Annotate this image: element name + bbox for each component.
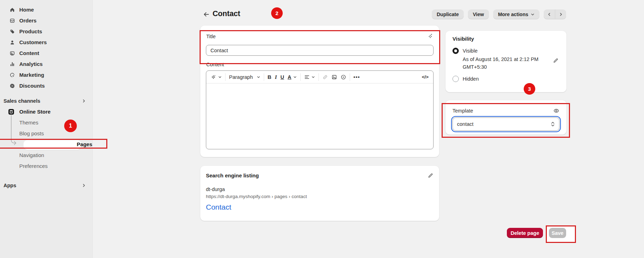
edit-pencil-icon[interactable]: [428, 172, 434, 178]
chevron-down-icon: [293, 75, 297, 79]
previous-page-button[interactable]: [544, 9, 555, 19]
italic-button[interactable]: I: [275, 74, 277, 80]
sidebar-main-nav: Home Orders Products Customers Content A…: [0, 0, 92, 91]
paragraph-label: Paragraph: [229, 74, 253, 80]
content-media-icon: [9, 50, 15, 56]
view-button[interactable]: View: [468, 9, 489, 19]
annotation-step-1: 1: [64, 120, 77, 132]
toolbar-separator: [225, 73, 226, 81]
sidebar-section-sales-channels[interactable]: Sales channels: [0, 95, 92, 106]
template-label: Template: [452, 108, 473, 114]
back-arrow-icon: [203, 11, 210, 18]
page-details-card: Title Content Paragraph: [200, 26, 439, 157]
sidebar-item-discounts[interactable]: Discounts: [0, 80, 92, 91]
sidebar-item-analytics[interactable]: Analytics: [0, 59, 92, 69]
annotation-step-3: 3: [524, 83, 535, 95]
sidebar-item-orders[interactable]: Orders: [0, 15, 92, 26]
sidebar-item-marketing[interactable]: Marketing: [0, 69, 92, 80]
visible-radio-option[interactable]: Visible: [452, 48, 559, 54]
editor-toolbar: Paragraph B I U A: [206, 71, 433, 83]
chevron-down-icon: [531, 13, 535, 16]
more-actions-button[interactable]: More actions: [493, 9, 539, 19]
hidden-radio-option[interactable]: Hidden: [452, 76, 559, 82]
marketing-icon: [9, 72, 15, 78]
alignment-button[interactable]: [304, 74, 315, 80]
back-button[interactable]: [202, 10, 211, 19]
seo-result-link[interactable]: Contact: [206, 203, 231, 211]
sidebar-item-preferences[interactable]: Preferences: [0, 161, 92, 171]
duplicate-label: Duplicate: [437, 12, 459, 17]
sidebar-item-label: Products: [19, 28, 42, 34]
sidebar-item-label: Orders: [19, 18, 36, 23]
eye-preview-icon[interactable]: [553, 108, 559, 114]
visibility-date: As of August 16, 2021 at 2:12 PM GMT+5:3…: [463, 56, 546, 71]
chevron-right-icon: [82, 99, 86, 103]
sidebar-item-label: Customers: [19, 39, 47, 45]
text-color-label: A: [288, 74, 291, 80]
header-actions: Duplicate View More actions: [432, 9, 566, 19]
underline-button[interactable]: U: [281, 74, 284, 80]
toolbar-separator: [264, 73, 264, 81]
seo-site-name: dt-durga: [206, 186, 434, 192]
sparkle-icon: [211, 74, 216, 80]
sidebar-item-navigation[interactable]: Navigation: [0, 150, 92, 161]
save-button[interactable]: Save: [549, 228, 566, 238]
pages-active-pill: [24, 140, 81, 150]
sales-channels-label: Sales channels: [4, 98, 40, 104]
template-selected-value: contact: [457, 121, 474, 127]
insert-video-button[interactable]: [341, 74, 346, 80]
bold-button[interactable]: B: [268, 74, 271, 80]
right-column: Visibility Visible As of August 16, 2021…: [445, 31, 566, 135]
hidden-label: Hidden: [463, 76, 479, 82]
image-icon: [331, 74, 337, 80]
magic-sparkle-icon[interactable]: [427, 33, 433, 40]
more-formatting-button[interactable]: •••: [354, 74, 360, 80]
blog-posts-label: Blog posts: [19, 130, 44, 136]
text-color-button[interactable]: A: [288, 74, 296, 80]
edit-pencil-icon[interactable]: [553, 57, 559, 63]
toolbar-separator: [300, 73, 301, 81]
play-circle-icon: [341, 74, 346, 80]
sidebar-item-label: Discounts: [19, 83, 45, 89]
toolbar-separator: [350, 73, 350, 81]
customers-person-icon: [9, 40, 15, 45]
sidebar-section-apps[interactable]: Apps: [0, 180, 92, 191]
template-select[interactable]: contact: [452, 117, 559, 131]
preferences-label: Preferences: [19, 163, 48, 169]
insert-image-button[interactable]: [331, 74, 337, 80]
ai-sparkle-button[interactable]: [211, 74, 222, 80]
online-store-icon: [8, 109, 14, 115]
page-title: Contact: [213, 9, 240, 18]
home-icon: [9, 7, 15, 13]
analytics-bars-icon: [9, 61, 15, 67]
delete-page-button[interactable]: Delete page: [507, 228, 543, 238]
record-pager: [544, 9, 566, 19]
chevron-right-icon: [559, 12, 563, 16]
navigation-label: Navigation: [19, 152, 44, 158]
sidebar-item-products[interactable]: Products: [0, 26, 92, 37]
show-html-button[interactable]: </>: [422, 74, 429, 80]
paragraph-style-dropdown[interactable]: Paragraph: [229, 74, 260, 80]
next-page-button[interactable]: [555, 9, 566, 19]
sidebar: Home Orders Products Customers Content A…: [0, 0, 93, 258]
view-label: View: [473, 12, 484, 17]
select-updown-icon: [551, 121, 555, 127]
annotation-step-2: 2: [271, 7, 283, 19]
sidebar-item-label: Content: [19, 50, 39, 56]
sidebar-item-home[interactable]: Home: [0, 4, 92, 15]
content-field-label: Content: [206, 62, 224, 67]
title-input[interactable]: [206, 45, 434, 56]
chevron-down-icon: [311, 75, 315, 79]
insert-link-button[interactable]: [322, 74, 328, 80]
toolbar-separator: [318, 73, 319, 81]
products-tag-icon: [9, 29, 15, 34]
duplicate-button[interactable]: Duplicate: [432, 9, 464, 19]
sidebar-item-customers[interactable]: Customers: [0, 37, 92, 48]
tree-connector-line: [8, 115, 19, 146]
sidebar-item-content[interactable]: Content: [0, 48, 92, 59]
shopify-admin-page-editor: Home Orders Products Customers Content A…: [0, 0, 644, 258]
pages-label: Pages: [77, 141, 92, 147]
radio-unselected-icon: [452, 76, 459, 82]
chevron-down-icon: [218, 75, 222, 79]
editor-content-area[interactable]: [206, 83, 433, 149]
